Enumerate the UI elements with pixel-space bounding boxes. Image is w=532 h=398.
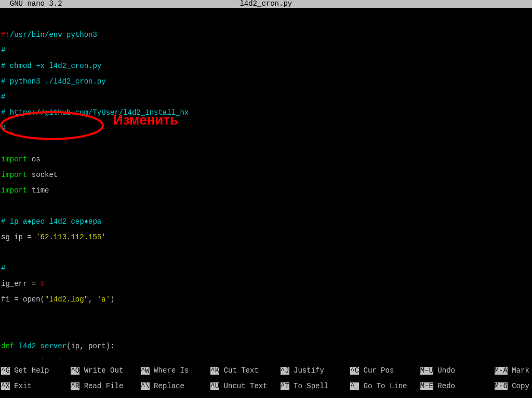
shortcut-label: Undo xyxy=(433,366,486,375)
shortcut-key[interactable]: ^K xyxy=(210,367,219,375)
shortcut-key[interactable]: ^J xyxy=(281,367,289,375)
help-bar: ^G Get Help ^O Write Out ^W Where Is ^K … xyxy=(0,359,532,398)
shortcut-key[interactable]: ^T xyxy=(281,382,289,390)
code-line xyxy=(1,249,532,257)
shortcut-key[interactable]: ^_ xyxy=(350,382,359,390)
code-line: #!/usr/bin/env python3 xyxy=(1,31,532,39)
shortcut-key[interactable]: ^X xyxy=(1,382,10,390)
code-line: import socket xyxy=(1,171,532,179)
shortcut-label: Uncut Text xyxy=(219,382,272,390)
editor-area[interactable]: #!/usr/bin/env python3 # # chmod +x l4d2… xyxy=(0,8,532,398)
shortcut-label: Get Help xyxy=(10,366,62,375)
shortcut-key[interactable]: M-E xyxy=(420,382,433,390)
code-line: import time xyxy=(1,187,532,195)
help-row-2: ^X Exit ^R Read File ^\ Replace ^U Uncut… xyxy=(1,382,532,390)
shortcut-key[interactable]: ^U xyxy=(210,382,219,390)
shortcut-label: To Spell xyxy=(289,382,342,390)
shortcut-label: Copy Text xyxy=(508,382,532,390)
shortcut-key[interactable]: ^W xyxy=(141,367,150,375)
code-line: # python3 ./l4d2_cron.py xyxy=(1,78,532,86)
shortcut-label: Write Out xyxy=(79,366,132,375)
code-line: # https://github.com/TyUser/l4d2_install… xyxy=(1,109,532,117)
code-line: # ip а♦рес l4d2 сер♦ера xyxy=(1,218,532,226)
shortcut-label: Redo xyxy=(433,382,486,390)
code-line: # xyxy=(1,265,532,272)
code-line: def l4d2_server(ip, port): xyxy=(1,342,532,350)
shortcut-key[interactable]: M-A xyxy=(495,367,508,375)
code-line xyxy=(1,140,532,148)
title-bar: GNU nano 3.2 l4d2_cron.py xyxy=(0,0,532,8)
code-line: # xyxy=(1,93,532,101)
code-line xyxy=(1,327,532,335)
shortcut-key[interactable]: ^R xyxy=(71,382,79,390)
shortcut-label: Read File xyxy=(79,382,132,390)
shortcut-label: Go To Line xyxy=(359,382,411,390)
code-line xyxy=(1,311,532,319)
shortcut-label: Mark Text xyxy=(508,366,532,375)
shortcut-label: Replace xyxy=(150,382,202,390)
app-name: GNU nano 3.2 xyxy=(0,0,62,8)
shortcut-label: Cut Text xyxy=(219,366,272,375)
code-line: ig_err = 0 xyxy=(1,280,532,288)
code-line: sg_ip = '62.113.112.155' xyxy=(1,234,532,241)
shortcut-label: Exit xyxy=(10,382,62,390)
code-line: # xyxy=(1,47,532,54)
shortcut-key[interactable]: M-U xyxy=(420,367,433,375)
shortcut-key[interactable]: ^O xyxy=(71,367,79,375)
shortcut-label: Where Is xyxy=(150,366,202,375)
code-line xyxy=(1,16,532,23)
shortcut-key[interactable]: ^\ xyxy=(141,382,150,390)
code-line xyxy=(1,202,532,210)
shortcut-key[interactable]: M-6 xyxy=(495,382,508,390)
shortcut-label: Cur Pos xyxy=(359,366,411,375)
shortcut-label: Justify xyxy=(289,366,342,375)
help-row-1: ^G Get Help ^O Write Out ^W Where Is ^K … xyxy=(1,367,532,375)
file-name: l4d2_cron.py xyxy=(62,0,470,8)
code-line: import os xyxy=(1,156,532,163)
code-line: f1 = open("l4d2.log", 'a') xyxy=(1,296,532,304)
shortcut-key[interactable]: ^G xyxy=(1,367,10,375)
shortcut-key[interactable]: ^C xyxy=(350,367,359,375)
code-line: # chmod +x l4d2_cron.py xyxy=(1,62,532,70)
code-line: # xyxy=(1,125,532,132)
